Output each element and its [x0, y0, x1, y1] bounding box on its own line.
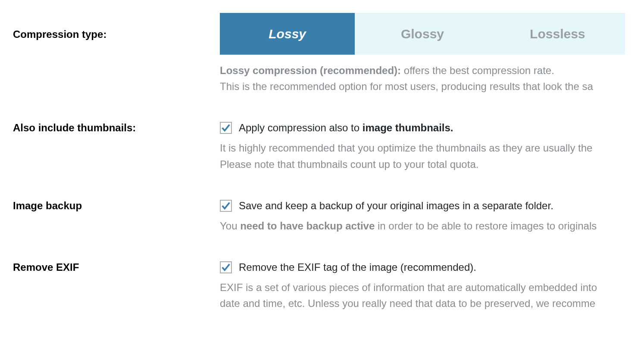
compression-type-segmented: Lossy Glossy Lossless: [220, 13, 625, 55]
exif-row: Remove EXIF Remove the EXIF tag of the i…: [13, 260, 631, 311]
backup-desc: You need to have backup active in order …: [220, 218, 631, 234]
compression-desc-rest: offers the best compression rate.: [401, 65, 554, 76]
compression-option-glossy[interactable]: Glossy: [355, 13, 490, 55]
compression-desc-line2: This is the recommended option for most …: [220, 78, 631, 94]
thumbnails-checkbox[interactable]: [220, 122, 232, 134]
exif-label: Remove EXIF: [13, 261, 79, 273]
exif-checkbox-line: Remove the EXIF tag of the image (recomm…: [220, 260, 631, 275]
thumbnails-desc-line1: It is highly recommended that you optimi…: [220, 140, 631, 156]
check-icon: [221, 201, 231, 211]
compression-type-control-col: Lossy Glossy Lossless Lossy compression …: [220, 13, 631, 94]
exif-checkbox-label: Remove the EXIF tag of the image (recomm…: [239, 260, 476, 275]
backup-control-col: Save and keep a backup of your original …: [220, 198, 631, 234]
check-icon: [221, 123, 231, 133]
thumbnails-control-col: Apply compression also to image thumbnai…: [220, 120, 631, 172]
compression-desc-bold: Lossy compression (recommended):: [220, 65, 401, 76]
compression-option-lossless[interactable]: Lossless: [490, 13, 625, 55]
backup-checkbox-line: Save and keep a backup of your original …: [220, 198, 631, 214]
check-icon: [221, 263, 231, 272]
backup-desc-post: in order to be able to restore images to…: [375, 220, 597, 232]
backup-row: Image backup Save and keep a backup of y…: [13, 198, 631, 234]
thumbnails-chk-bold: image thumbnails.: [363, 122, 453, 133]
exif-desc-line1: EXIF is a set of various pieces of infor…: [220, 279, 631, 295]
exif-control-col: Remove the EXIF tag of the image (recomm…: [220, 260, 631, 311]
backup-checkbox[interactable]: [220, 200, 232, 212]
compression-option-lossy[interactable]: Lossy: [220, 13, 355, 55]
exif-desc-line2: date and time, etc. Unless you really ne…: [220, 295, 631, 311]
thumbnails-chk-pre: Apply compression also to: [239, 122, 363, 133]
compression-type-row: Compression type: Lossy Glossy Lossless …: [13, 13, 631, 94]
exif-label-col: Remove EXIF: [13, 260, 220, 275]
backup-label: Image backup: [13, 200, 82, 211]
compression-type-label-col: Compression type:: [13, 13, 220, 42]
compression-desc-line1: Lossy compression (recommended): offers …: [220, 62, 631, 78]
backup-desc-bold: need to have backup active: [240, 220, 375, 232]
thumbnails-checkbox-line: Apply compression also to image thumbnai…: [220, 120, 631, 136]
backup-label-col: Image backup: [13, 198, 220, 214]
backup-desc-pre: You: [220, 220, 240, 232]
thumbnails-checkbox-label: Apply compression also to image thumbnai…: [239, 120, 453, 136]
compression-type-label: Compression type:: [13, 28, 106, 40]
thumbnails-label: Also include thumbnails:: [13, 122, 136, 133]
thumbnails-row: Also include thumbnails: Apply compressi…: [13, 120, 631, 172]
thumbnails-desc-line2: Please note that thumbnails count up to …: [220, 156, 631, 172]
thumbnails-label-col: Also include thumbnails:: [13, 120, 220, 136]
exif-checkbox[interactable]: [220, 261, 232, 273]
backup-checkbox-label: Save and keep a backup of your original …: [239, 198, 553, 214]
